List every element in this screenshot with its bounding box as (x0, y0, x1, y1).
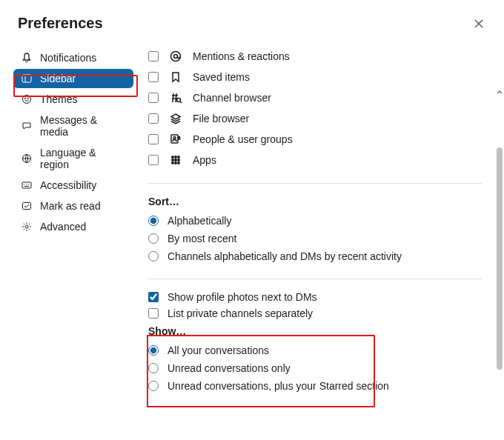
always-show-option-apps[interactable]: Apps (148, 153, 482, 167)
preferences-content: Mentions & reactions Saved items Channel… (141, 42, 504, 440)
globe-icon (21, 153, 33, 164)
always-show-option-saved[interactable]: Saved items (148, 70, 482, 84)
close-button[interactable] (471, 16, 486, 31)
option-label: Channel browser (193, 92, 271, 104)
radio-sort-alphabetical[interactable] (148, 216, 159, 226)
people-icon (169, 133, 182, 146)
sort-option-recent[interactable]: By most recent (148, 233, 482, 244)
chat-icon (21, 120, 33, 132)
option-label: Unread conversations, plus your Starred … (168, 380, 389, 392)
option-label: Channels alphabetically and DMs by recen… (168, 250, 402, 262)
checkbox-saved[interactable] (148, 72, 159, 82)
sidebar-item-label: Messages & media (40, 114, 126, 138)
svg-point-21 (178, 136, 179, 138)
gear-icon (21, 221, 33, 233)
sort-heading: Sort… (148, 196, 482, 207)
hash-search-icon (169, 91, 182, 104)
toggle-private-channels-separate[interactable]: List private channels separately (148, 307, 482, 319)
radio-show-unread-starred[interactable] (148, 381, 159, 391)
radio-show-unread[interactable] (148, 363, 159, 373)
sidebar-item-mark-as-read[interactable]: Mark as read (13, 196, 133, 216)
svg-rect-13 (23, 203, 31, 210)
show-option-unread[interactable]: Unread conversations only (148, 362, 482, 374)
radio-sort-recent[interactable] (148, 233, 159, 244)
option-label: Show profile photos next to DMs (168, 291, 317, 303)
always-show-option-channel-browser[interactable]: Channel browser (148, 91, 482, 104)
always-show-option-mentions[interactable]: Mentions & reactions (148, 50, 482, 63)
sidebar-item-themes[interactable]: Themes (13, 90, 133, 109)
sidebar-item-label: Language & region (40, 147, 126, 170)
checkbox-apps[interactable] (148, 155, 159, 165)
check-icon (21, 200, 33, 212)
svg-line-18 (180, 101, 182, 103)
apps-grid-icon (169, 153, 182, 167)
sidebar-item-messages-media[interactable]: Messages & media (13, 110, 133, 141)
show-heading: Show… (148, 325, 482, 337)
option-label: By most recent (168, 233, 236, 244)
svg-point-20 (173, 137, 176, 139)
svg-rect-2 (22, 75, 31, 82)
option-label: Saved items (193, 71, 250, 83)
bell-icon (21, 52, 33, 64)
option-label: Unread conversations only (168, 362, 291, 374)
show-option-unread-starred[interactable]: Unread conversations, plus your Starred … (148, 380, 482, 392)
checkbox-people[interactable] (148, 134, 159, 144)
option-label: Alphabetically (168, 215, 231, 227)
svg-point-26 (175, 159, 176, 161)
sidebar-item-label: Sidebar (40, 73, 76, 84)
keyboard-icon (21, 179, 33, 191)
sidebar-layout-icon (21, 73, 33, 84)
always-show-option-file-browser[interactable]: File browser (148, 112, 482, 125)
option-label: File browser (193, 113, 249, 124)
divider (148, 279, 482, 279)
radio-show-all[interactable] (148, 345, 159, 356)
files-icon (169, 112, 182, 125)
svg-point-14 (25, 225, 28, 228)
checkbox-channel-browser[interactable] (148, 93, 159, 103)
close-icon (473, 18, 485, 30)
svg-point-30 (178, 162, 179, 164)
svg-point-24 (178, 156, 179, 158)
svg-point-29 (175, 162, 176, 164)
svg-point-5 (24, 98, 25, 99)
svg-point-28 (172, 162, 173, 164)
sort-option-channels-dms[interactable]: Channels alphabetically and DMs by recen… (148, 250, 482, 262)
sidebar-item-advanced[interactable]: Advanced (13, 217, 133, 236)
checkbox-file-browser[interactable] (148, 113, 159, 124)
toggle-profile-photos[interactable]: Show profile photos next to DMs (148, 291, 482, 303)
option-label: People & user groups (193, 133, 293, 145)
divider (148, 183, 482, 184)
svg-point-17 (177, 99, 181, 102)
preferences-titlebar: Preferences (0, 0, 504, 42)
sidebar-item-label: Accessibility (40, 179, 96, 191)
sidebar-item-language-region[interactable]: Language & region (13, 143, 133, 174)
sidebar-item-label: Themes (40, 93, 78, 105)
page-title: Preferences (18, 15, 103, 32)
svg-rect-8 (22, 182, 31, 188)
checkbox-mentions[interactable] (148, 51, 159, 61)
option-label: Mentions & reactions (193, 50, 290, 62)
checkbox-profile-photos[interactable] (148, 292, 159, 302)
svg-point-15 (171, 52, 181, 61)
sidebar-item-accessibility[interactable]: Accessibility (13, 176, 133, 195)
sidebar-item-label: Mark as read (40, 200, 101, 212)
scroll-thumb[interactable] (497, 147, 503, 370)
option-label: All your conversations (168, 344, 269, 356)
bookmark-icon (169, 70, 182, 84)
svg-point-27 (178, 159, 179, 161)
sidebar-item-sidebar[interactable]: Sidebar (13, 69, 133, 88)
checkbox-private-separate[interactable] (148, 308, 159, 319)
sort-option-alphabetical[interactable]: Alphabetically (148, 215, 482, 227)
radio-sort-channels-dms[interactable] (148, 251, 159, 261)
sidebar-item-label: Notifications (40, 52, 96, 64)
always-show-option-people[interactable]: People & user groups (148, 133, 482, 146)
show-option-all[interactable]: All your conversations (148, 344, 482, 356)
smile-icon (21, 93, 33, 105)
svg-point-25 (172, 159, 173, 161)
content-scrollbar[interactable] (495, 87, 504, 440)
sidebar-item-notifications[interactable]: Notifications (13, 48, 133, 67)
sidebar-item-label: Advanced (40, 221, 86, 233)
option-label: List private channels separately (168, 307, 313, 319)
svg-point-23 (175, 156, 176, 158)
at-icon (169, 50, 182, 63)
